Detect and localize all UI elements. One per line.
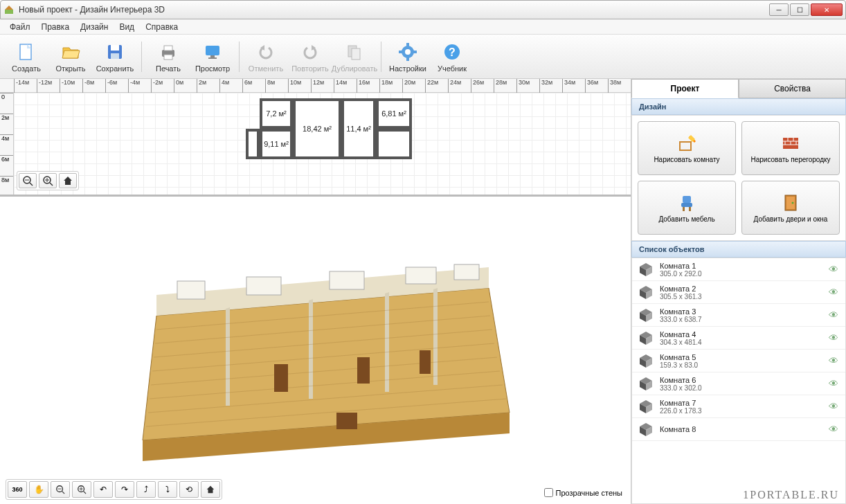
svg-rect-78: [683, 207, 685, 211]
open-button[interactable]: Открыть: [50, 37, 91, 77]
ruler-tick: -2м: [151, 79, 163, 93]
svg-line-58: [62, 492, 65, 494]
undo-button[interactable]: Отменить: [245, 37, 287, 77]
create-button[interactable]: Создать: [6, 37, 47, 77]
pan-button[interactable]: ✋: [29, 481, 48, 498]
print-button[interactable]: Печать: [147, 37, 189, 77]
ruler-tick: 4м: [0, 134, 13, 142]
zoom-in-3d-button[interactable]: [72, 481, 91, 498]
tab-properties[interactable]: Свойства: [739, 79, 846, 98]
duplicate-button[interactable]: Дублировать: [334, 37, 375, 77]
cube-icon: [638, 398, 654, 415]
svg-rect-2: [20, 44, 31, 60]
svg-rect-16: [352, 48, 360, 60]
ruler-tick: 34м: [562, 79, 575, 93]
redo-button[interactable]: Повторить: [289, 37, 331, 77]
cube-icon: [638, 330, 654, 346]
sidebar-tabs: Проект Свойства: [631, 79, 846, 98]
object-dimensions: 305.0 x 292.0: [660, 270, 823, 278]
menu-help[interactable]: Справка: [140, 21, 183, 33]
sidebar: Проект Свойства Дизайн Нарисовать комнат…: [631, 79, 846, 504]
rotate-360-button[interactable]: 360: [8, 481, 27, 498]
object-list-item[interactable]: Комната 1 305.0 x 292.0 👁: [632, 258, 845, 281]
transparent-walls-input[interactable]: [544, 488, 553, 497]
preview-button[interactable]: Просмотр: [192, 37, 233, 77]
tilt-down-button[interactable]: ⤵: [158, 481, 177, 498]
save-button[interactable]: Сохранить: [94, 37, 136, 77]
tutorial-button[interactable]: ? Учебник: [431, 37, 473, 77]
visibility-toggle-icon[interactable]: 👁: [829, 332, 840, 343]
object-list[interactable]: Комната 1 305.0 x 292.0 👁 Комната 2 305.…: [631, 258, 846, 504]
rotate-left-button[interactable]: ↶: [93, 481, 113, 498]
transparent-walls-checkbox[interactable]: Прозрачные стены: [544, 488, 622, 497]
cube-icon: [638, 261, 654, 278]
object-list-item[interactable]: Комната 6 333.0 x 302.0 👁: [632, 372, 845, 395]
draw-partition-button[interactable]: Нарисовать перегородку: [741, 121, 840, 175]
room-2d[interactable]: 18,42 м²: [293, 98, 341, 159]
floorplan-2d[interactable]: 7,2 м² 18,42 м² 11,4 м² 6,81 м² 9,11 м²: [260, 98, 412, 168]
svg-marker-39: [433, 288, 438, 385]
menu-edit[interactable]: Правка: [36, 21, 75, 33]
svg-marker-64: [207, 486, 215, 494]
minimize-button[interactable]: ─: [769, 3, 789, 16]
svg-marker-38: [385, 292, 389, 392]
zoom-out-button[interactable]: [19, 173, 37, 188]
close-button[interactable]: ✕: [811, 3, 843, 16]
room-2d[interactable]: 11,4 м²: [341, 98, 376, 159]
rotate-right-button[interactable]: ↷: [115, 481, 134, 498]
ruler-tick: 36м: [585, 79, 598, 93]
zoom-in-button[interactable]: [39, 173, 57, 188]
object-list-item[interactable]: Комната 4 304.3 x 481.4 👁: [632, 327, 845, 350]
zoom-out-3d-button[interactable]: [51, 481, 70, 498]
cube-icon: [638, 307, 654, 323]
visibility-toggle-icon[interactable]: 👁: [829, 264, 840, 275]
room-2d[interactable]: 6,81 м²: [376, 98, 412, 129]
svg-rect-76: [683, 196, 691, 203]
object-list-item[interactable]: Комната 8 👁: [632, 418, 845, 441]
svg-rect-5: [111, 45, 119, 51]
menu-file[interactable]: Файл: [4, 21, 36, 33]
ruler-tick: -4м: [128, 79, 140, 93]
object-list-item[interactable]: Комната 3 333.0 x 638.7 👁: [632, 304, 845, 327]
room-2d[interactable]: 7,2 м²: [260, 98, 293, 129]
room-2d[interactable]: 9,11 м²: [260, 129, 293, 159]
tilt-up-button[interactable]: ⤴: [136, 481, 156, 498]
view3d-toolbar: 360 ✋ ↶ ↷ ⤴ ⤵ ⟲: [6, 479, 222, 500]
svg-rect-9: [164, 55, 172, 60]
svg-rect-6: [111, 53, 119, 59]
visibility-toggle-icon[interactable]: 👁: [829, 355, 840, 366]
tab-project[interactable]: Проект: [631, 79, 739, 98]
object-list-item[interactable]: Комната 7 226.0 x 178.3 👁: [632, 395, 845, 418]
maximize-button[interactable]: ☐: [790, 3, 809, 16]
add-furniture-button[interactable]: Добавить мебель: [638, 181, 736, 235]
view-3d[interactable]: 360 ✋ ↶ ↷ ⤴ ⤵ ⟲ Прозрачные стены: [0, 197, 631, 504]
object-list-item[interactable]: Комната 5 159.3 x 83.0 👁: [632, 350, 845, 372]
cube-icon: [638, 284, 654, 300]
room-2d[interactable]: [246, 129, 260, 159]
object-dimensions: 226.0 x 178.3: [660, 407, 823, 415]
reset-view-button[interactable]: ⟲: [179, 481, 199, 498]
ruler-tick: 4м: [219, 79, 229, 93]
add-doors-button[interactable]: Добавить двери и окна: [741, 181, 840, 235]
home-view-button[interactable]: [59, 173, 77, 188]
settings-button[interactable]: Настройки: [387, 37, 429, 77]
home-3d-button[interactable]: [201, 481, 220, 498]
visibility-toggle-icon[interactable]: 👁: [829, 378, 840, 389]
svg-line-26: [30, 183, 33, 186]
room-2d[interactable]: [376, 129, 412, 159]
svg-rect-54: [357, 357, 370, 384]
menu-design[interactable]: Дизайн: [75, 21, 114, 33]
object-list-item[interactable]: Комната 2 305.5 x 361.3 👁: [632, 281, 845, 304]
visibility-toggle-icon[interactable]: 👁: [829, 287, 840, 298]
object-name: Комната 8: [660, 425, 823, 433]
ruler-tick: 22м: [425, 79, 438, 93]
visibility-toggle-icon[interactable]: 👁: [829, 424, 840, 435]
object-name: Комната 7: [660, 399, 823, 407]
plan-2d-view[interactable]: -14м-12м-10м-8м-6м-4м-2м0м2м4м6м8м10м12м…: [0, 79, 631, 197]
visibility-toggle-icon[interactable]: 👁: [829, 309, 840, 321]
visibility-toggle-icon[interactable]: 👁: [829, 401, 840, 412]
ruler-tick: 38м: [608, 79, 621, 93]
menu-view[interactable]: Вид: [114, 21, 140, 33]
svg-rect-50: [330, 271, 364, 289]
draw-room-button[interactable]: Нарисовать комнату: [638, 121, 736, 175]
